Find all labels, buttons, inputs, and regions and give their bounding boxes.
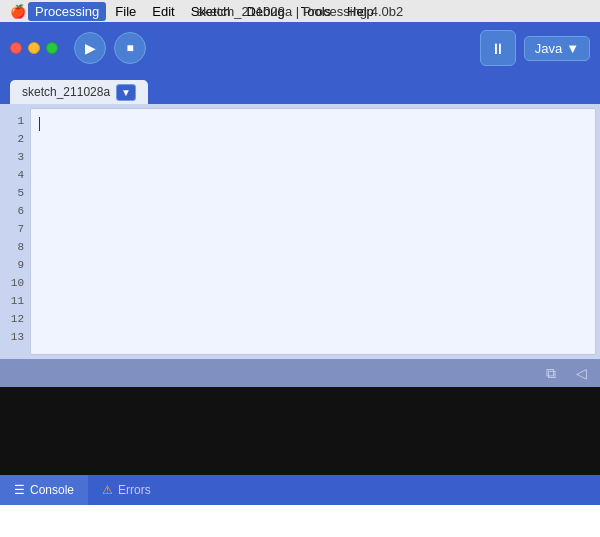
dropdown-icon: ▼ [566,41,579,56]
line-12: 12 [4,310,24,328]
line-11: 11 [4,292,24,310]
apple-icon[interactable]: 🍎 [8,0,28,22]
line-7: 7 [4,220,24,238]
line-numbers: 1 2 3 4 5 6 7 8 9 10 11 12 13 [0,104,30,359]
line-10: 10 [4,274,24,292]
sketch-tab-label: sketch_211028a [22,85,110,99]
menu-processing[interactable]: Processing [28,2,106,21]
console-output [0,387,600,475]
tab-bar: sketch_211028a ▼ [0,74,600,104]
errors-tab[interactable]: ⚠ Errors [88,475,165,505]
error-icon: ⚠ [102,483,113,497]
title-bar: 🍎 Processing File Edit Sketch Debug Tool… [0,0,600,22]
run-button[interactable]: ▶ [74,32,106,64]
minimize-button[interactable] [28,42,40,54]
line-6: 6 [4,202,24,220]
line-1: 1 [4,112,24,130]
line-2: 2 [4,130,24,148]
console-tab-icon: ☰ [14,483,25,497]
stop-icon: ■ [126,41,133,55]
stop-button[interactable]: ■ [114,32,146,64]
line-8: 8 [4,238,24,256]
tab-dropdown-button[interactable]: ▼ [116,84,136,101]
menu-file[interactable]: File [108,2,143,21]
run-icon: ▶ [85,40,96,56]
line-13: 13 [4,328,24,346]
bottom-tab-bar: ☰ Console ⚠ Errors [0,475,600,505]
debugger-icon: ⏸ [490,40,505,57]
errors-tab-label: Errors [118,483,151,497]
line-3: 3 [4,148,24,166]
copy-icon-button[interactable]: ⧉ [540,362,562,384]
console-tab-label: Console [30,483,74,497]
close-button[interactable] [10,42,22,54]
text-cursor [39,117,40,131]
back-icon: ◁ [576,365,587,381]
line-9: 9 [4,256,24,274]
sketch-tab[interactable]: sketch_211028a ▼ [10,80,148,104]
menu-edit[interactable]: Edit [145,2,181,21]
copy-icon: ⧉ [546,365,556,382]
back-icon-button[interactable]: ◁ [570,362,592,384]
java-mode-button[interactable]: Java ▼ [524,36,590,61]
line-5: 5 [4,184,24,202]
console-tab[interactable]: ☰ Console [0,475,88,505]
toolbar: ▶ ■ ⏸ Java ▼ [0,22,600,74]
traffic-lights [10,42,58,54]
editor-area: 1 2 3 4 5 6 7 8 9 10 11 12 13 [0,104,600,359]
code-editor[interactable] [30,108,596,355]
debugger-button[interactable]: ⏸ [480,30,516,66]
window-title: sketch_211028a | Processing 4.0b2 [197,4,403,19]
maximize-button[interactable] [46,42,58,54]
java-label: Java [535,41,562,56]
editor-status-bar: ⧉ ◁ [0,359,600,387]
line-4: 4 [4,166,24,184]
